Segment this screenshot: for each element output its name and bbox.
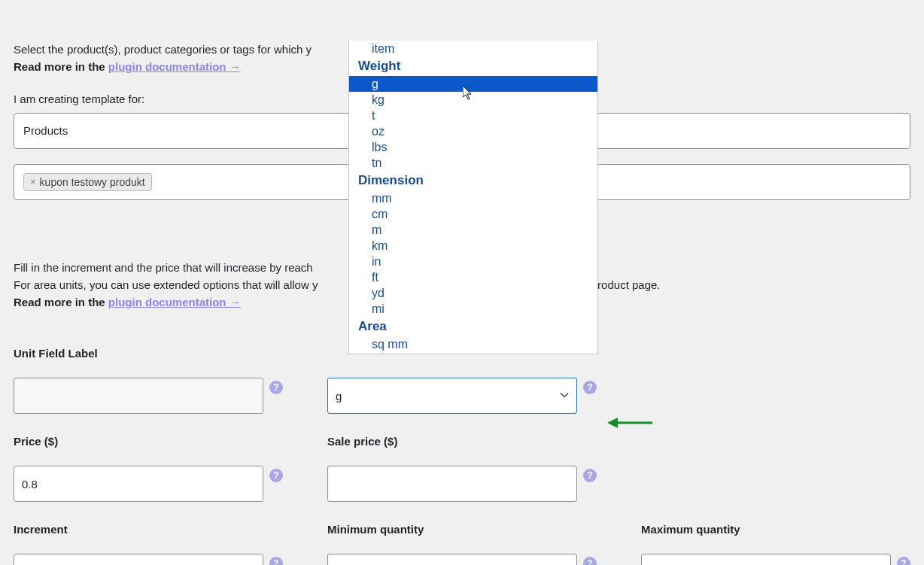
price-label: Price ($) — [14, 435, 263, 448]
dropdown-option-tn[interactable]: tn — [349, 155, 597, 171]
increment-input[interactable] — [14, 554, 263, 565]
dropdown-option-in[interactable]: in — [349, 254, 597, 269]
dropdown-option-g[interactable]: g — [349, 76, 597, 92]
min-qty-input[interactable] — [327, 554, 577, 565]
intro-bold-2: Read more in the — [14, 296, 108, 308]
max-qty-input[interactable] — [641, 554, 891, 565]
dropdown-option-mm[interactable]: mm — [349, 190, 597, 206]
min-qty-label: Minimum quantity — [327, 523, 577, 536]
unit-field-label: Unit Field Label — [14, 347, 263, 360]
chevron-down-icon — [558, 389, 570, 403]
dropdown-option-kg[interactable]: kg — [349, 92, 597, 108]
dropdown-option-km[interactable]: km — [349, 238, 597, 254]
price-input[interactable] — [14, 466, 263, 502]
dropdown-option-mi[interactable]: mi — [349, 301, 597, 317]
help-icon[interactable]: ? — [583, 381, 597, 394]
unit-select[interactable]: g — [327, 378, 577, 414]
dropdown-group-area: Area — [349, 317, 597, 336]
dropdown-option-cm[interactable]: cm — [349, 206, 597, 222]
tag-remove-icon[interactable]: × — [30, 177, 36, 187]
max-qty-label: Maximum quantity — [641, 523, 891, 536]
dropdown-group-dimension: Dimension — [349, 171, 597, 190]
tag-label: kupon testowy produkt — [40, 176, 145, 188]
sale-price-label: Sale price ($) — [327, 435, 577, 448]
dropdown-option-item[interactable]: item — [349, 41, 597, 56]
svg-marker-1 — [607, 418, 618, 428]
documentation-link-1[interactable]: plugin documentation → — [108, 60, 241, 73]
unit-select-dropdown[interactable]: item Weight g kg t oz lbs tn Dimension m… — [348, 41, 598, 354]
dropdown-option-oz[interactable]: oz — [349, 123, 597, 139]
intro-text-1: Select the product(s), product categorie… — [14, 43, 312, 56]
help-icon[interactable]: ? — [583, 469, 597, 482]
help-icon[interactable]: ? — [583, 557, 597, 565]
dropdown-option-ft[interactable]: ft — [349, 269, 597, 285]
increment-label: Increment — [14, 523, 263, 536]
intro-text-2-line1: Fill in the increment and the price that… — [14, 261, 313, 274]
dropdown-option-yd[interactable]: yd — [349, 285, 597, 301]
template-for-value: Products — [23, 124, 68, 137]
dropdown-option-m[interactable]: m — [349, 222, 597, 238]
cursor-icon — [463, 86, 473, 101]
dropdown-option-t[interactable]: t — [349, 108, 597, 123]
unit-select-value: g — [336, 390, 342, 402]
dropdown-group-weight: Weight — [349, 56, 597, 76]
dropdown-option-sqmm[interactable]: sq mm — [349, 336, 597, 352]
help-icon[interactable]: ? — [269, 557, 283, 565]
help-icon[interactable]: ? — [269, 381, 283, 394]
intro-bold-1: Read more in the — [14, 60, 108, 73]
product-tag-chip[interactable]: × kupon testowy produkt — [23, 173, 152, 191]
arrow-indicator-icon — [607, 415, 652, 430]
help-icon[interactable]: ? — [897, 557, 910, 565]
dropdown-option-lbs[interactable]: lbs — [349, 139, 597, 155]
help-icon[interactable]: ? — [269, 469, 283, 482]
documentation-link-2[interactable]: plugin documentation → — [108, 296, 241, 308]
unit-field-input[interactable] — [14, 378, 263, 414]
intro-text-2-line2a: For area units, you can use extended opt… — [14, 278, 318, 291]
sale-price-input[interactable] — [327, 466, 577, 502]
